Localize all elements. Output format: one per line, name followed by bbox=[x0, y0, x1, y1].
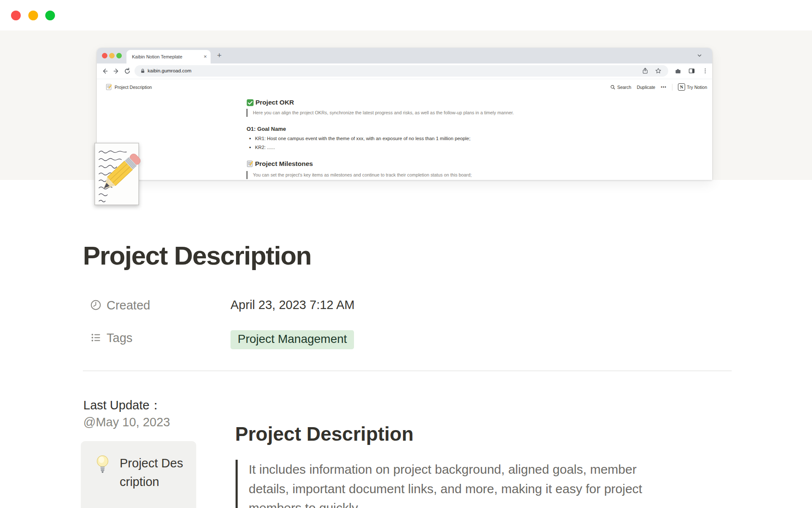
embedded-browser-window: Kaibin Notion Temeplate × + ka bbox=[97, 48, 712, 180]
notion-topbar-actions: Search Duplicate ••• N Try Notion bbox=[610, 83, 707, 91]
traffic-light-zoom-icon[interactable] bbox=[45, 11, 55, 20]
reload-icon[interactable] bbox=[123, 67, 131, 75]
last-update-label: Last Update： bbox=[83, 397, 162, 414]
list-icon bbox=[90, 332, 102, 343]
tab-search-chevron-icon[interactable] bbox=[697, 52, 702, 58]
section-quote: It includes information on project backg… bbox=[236, 460, 674, 508]
kr2-bullet: KR2: ...... bbox=[247, 145, 538, 150]
notion-doc: Project OKR Here you can align the proje… bbox=[247, 99, 538, 179]
lightbulb-icon bbox=[96, 455, 109, 474]
share-icon[interactable] bbox=[642, 67, 649, 75]
milestones-heading: Project Milestones bbox=[247, 160, 538, 168]
lock-icon bbox=[140, 68, 145, 74]
memo-emoji-icon bbox=[247, 160, 253, 167]
goal-heading: O1: Goal Name bbox=[247, 126, 538, 132]
traffic-light-minimize-icon[interactable] bbox=[28, 11, 38, 20]
milestones-heading-label: Project Milestones bbox=[255, 160, 313, 168]
last-update-date-mention[interactable]: @May 10, 2023 bbox=[83, 415, 170, 429]
screenshot-root: Kaibin Notion Temeplate × + ka bbox=[0, 0, 812, 508]
topbar-divider bbox=[672, 84, 672, 91]
browser-traffic-light-close-icon[interactable] bbox=[102, 53, 107, 58]
section-heading: Project Description bbox=[235, 422, 414, 445]
browser-tab[interactable]: Kaibin Notion Temeplate × bbox=[126, 50, 211, 64]
search-label: Search bbox=[617, 85, 631, 90]
address-bar[interactable]: kaibin.gumroad.com bbox=[134, 65, 668, 77]
macos-titlebar bbox=[0, 0, 812, 30]
try-notion-button[interactable]: N Try Notion bbox=[678, 83, 707, 91]
kr1-bullet: KR1: Host one campus event with the them… bbox=[247, 136, 538, 141]
project-description-link-card[interactable]: Project Description bbox=[81, 441, 196, 508]
browser-traffic-light-minimize-icon[interactable] bbox=[109, 53, 115, 58]
memo-icon bbox=[106, 84, 112, 90]
kebab-menu-icon[interactable] bbox=[702, 67, 709, 75]
tag-project-management[interactable]: Project Management bbox=[230, 330, 354, 349]
duplicate-button[interactable]: Duplicate bbox=[637, 85, 656, 90]
search-icon bbox=[610, 85, 615, 90]
notion-topbar: Project Description Search Duplicate •••… bbox=[97, 79, 712, 97]
clock-icon bbox=[90, 299, 102, 311]
forward-icon[interactable] bbox=[112, 67, 120, 75]
notion-logo-icon: N bbox=[678, 83, 685, 91]
okr-heading: Project OKR bbox=[247, 99, 538, 106]
side-panel-icon[interactable] bbox=[688, 67, 695, 75]
page-title[interactable]: Project Description bbox=[83, 240, 311, 271]
milestones-quote: You can set the project's key items as m… bbox=[247, 171, 538, 179]
memo-page-emoji-art bbox=[88, 142, 146, 211]
search-button[interactable]: Search bbox=[610, 85, 631, 90]
browser-tab-strip: Kaibin Notion Temeplate × + bbox=[97, 48, 712, 64]
new-tab-icon[interactable]: + bbox=[217, 51, 222, 60]
okr-quote: Here you can align the project OKRs, syn… bbox=[247, 109, 538, 117]
tab-title: Kaibin Notion Temeplate bbox=[132, 54, 182, 59]
created-property-value[interactable]: April 23, 2023 7:12 AM bbox=[230, 298, 354, 312]
browser-traffic-light-zoom-icon[interactable] bbox=[116, 53, 122, 58]
back-icon[interactable] bbox=[101, 67, 109, 75]
extensions-icon[interactable] bbox=[675, 67, 682, 75]
browser-toolbar: kaibin.gumroad.com bbox=[97, 64, 712, 79]
traffic-light-close-icon[interactable] bbox=[11, 11, 21, 20]
section-divider bbox=[83, 370, 732, 371]
okr-heading-label: Project OKR bbox=[255, 99, 294, 106]
breadcrumb-label: Project Description bbox=[115, 85, 152, 90]
bookmark-star-icon[interactable] bbox=[655, 67, 662, 75]
link-card-title: Project Description bbox=[120, 454, 187, 491]
created-property-label[interactable]: Created bbox=[107, 298, 150, 312]
url-text: kaibin.gumroad.com bbox=[148, 68, 192, 73]
breadcrumb[interactable]: Project Description bbox=[106, 84, 152, 90]
check-emoji-icon bbox=[247, 99, 254, 106]
more-options-icon[interactable]: ••• bbox=[661, 85, 667, 89]
try-notion-label: Try Notion bbox=[687, 85, 707, 90]
tags-property-label[interactable]: Tags bbox=[107, 331, 132, 345]
tab-close-icon[interactable]: × bbox=[203, 53, 207, 60]
